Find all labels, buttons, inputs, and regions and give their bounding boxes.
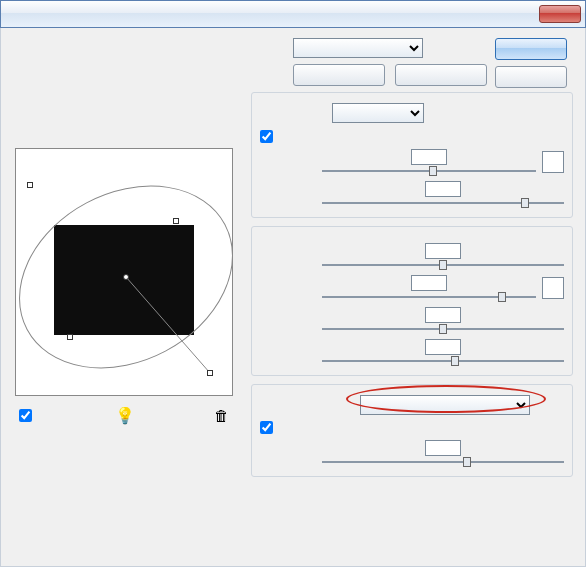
light-handle[interactable] (67, 334, 73, 340)
slider-thumb[interactable] (429, 166, 437, 176)
cancel-button[interactable] (495, 66, 567, 88)
light-type-group (251, 92, 573, 218)
intensity-row (260, 149, 564, 175)
material-row (260, 275, 564, 301)
texture-group (251, 384, 573, 478)
properties-group (251, 226, 573, 376)
light-handle[interactable] (27, 182, 33, 188)
style-select[interactable] (293, 38, 423, 58)
gloss-value[interactable] (425, 243, 461, 259)
slider-thumb[interactable] (439, 324, 447, 334)
exposure-row (260, 307, 564, 333)
height-slider[interactable] (322, 458, 564, 466)
light-handle[interactable] (173, 218, 179, 224)
light-color-swatch[interactable] (542, 151, 564, 173)
intensity-slider[interactable] (322, 167, 536, 175)
white-high-checkbox[interactable] (260, 421, 273, 434)
material-value[interactable] (411, 275, 447, 291)
exposure-value[interactable] (425, 307, 461, 323)
light-type-select[interactable] (332, 103, 424, 123)
ambience-slider[interactable] (322, 357, 564, 365)
focus-row (260, 181, 564, 207)
on-checkbox[interactable] (260, 130, 273, 143)
exposure-slider[interactable] (322, 325, 564, 333)
gloss-row (260, 243, 564, 269)
svg-line-1 (126, 277, 210, 373)
preview-checkbox[interactable] (19, 409, 32, 422)
gloss-slider[interactable] (322, 261, 564, 269)
ambience-value[interactable] (425, 339, 461, 355)
height-row (260, 440, 564, 466)
delete-button[interactable] (395, 64, 487, 86)
focus-slider[interactable] (322, 199, 564, 207)
trash-icon[interactable]: 🗑 (214, 407, 229, 424)
focus-value[interactable] (425, 181, 461, 197)
white-high-label[interactable] (260, 421, 276, 435)
slider-thumb[interactable] (451, 356, 459, 366)
ok-button[interactable] (495, 38, 567, 60)
preview-canvas[interactable] (15, 148, 233, 396)
intensity-value[interactable] (411, 149, 447, 165)
on-checkbox-label[interactable] (260, 129, 276, 143)
slider-thumb[interactable] (439, 260, 447, 270)
ambient-color-swatch[interactable] (542, 277, 564, 299)
title-bar (0, 0, 586, 28)
close-button[interactable] (539, 5, 581, 23)
slider-thumb[interactable] (463, 457, 471, 467)
height-value[interactable] (425, 440, 461, 456)
lightbulb-icon[interactable]: 💡 (115, 406, 135, 425)
slider-thumb[interactable] (521, 198, 529, 208)
preview-panel: 💡 🗑 (15, 148, 233, 425)
ambience-row (260, 339, 564, 365)
preview-checkbox-label[interactable] (19, 409, 35, 423)
slider-thumb[interactable] (498, 292, 506, 302)
light-handle[interactable] (207, 370, 213, 376)
dialog-body: 💡 🗑 (0, 28, 586, 567)
texture-select[interactable] (360, 395, 530, 415)
save-button[interactable] (293, 64, 385, 86)
light-center-handle[interactable] (123, 274, 129, 280)
light-gizmo (16, 149, 233, 396)
material-slider[interactable] (322, 293, 536, 301)
